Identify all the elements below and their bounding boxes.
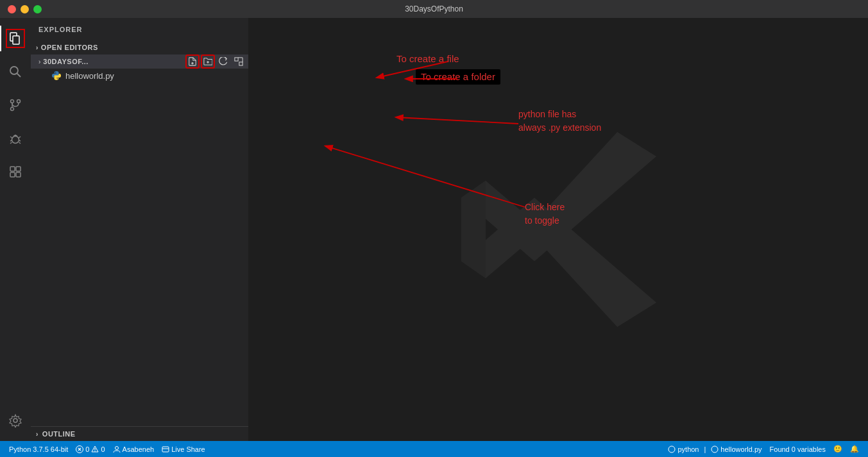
- annotation-create-folder-box: To create a folder: [416, 69, 500, 85]
- svg-point-5: [17, 100, 21, 103]
- collapse-button[interactable]: [232, 54, 246, 69]
- status-user-name: Asabeneh: [123, 445, 155, 453]
- annotation-create-file: To create a file: [396, 53, 459, 65]
- new-folder-icon: [203, 57, 212, 66]
- status-bell[interactable]: 🔔: [846, 445, 863, 453]
- svg-rect-17: [16, 167, 21, 171]
- svg-line-10: [10, 137, 12, 138]
- status-right: python | helloworld.py Found 0 variables…: [664, 445, 863, 453]
- status-errors[interactable]: 0 0: [72, 445, 108, 453]
- activity-explorer[interactable]: [0, 23, 31, 54]
- file-status-icon: [711, 445, 719, 453]
- vscode-logo: [437, 108, 681, 351]
- editor-area: To create a file To create a folder pyth…: [249, 18, 868, 441]
- sidebar-empty-space: [31, 83, 248, 426]
- maximize-button[interactable]: [33, 5, 42, 13]
- refresh-button[interactable]: [216, 54, 230, 69]
- annotation-python-ext: python file has always .py extension: [518, 108, 601, 135]
- open-editors-label: OPEN EDITORS: [41, 44, 243, 51]
- svg-line-14: [10, 142, 12, 144]
- svg-point-37: [95, 450, 96, 451]
- activity-source-control[interactable]: [0, 90, 31, 120]
- status-python-label[interactable]: python: [664, 445, 702, 453]
- svg-rect-39: [162, 447, 169, 452]
- status-errors-count: 0: [85, 445, 89, 453]
- status-smiley-icon: 🙂: [833, 445, 842, 453]
- warning-icon: [91, 445, 99, 453]
- svg-line-15: [19, 142, 21, 144]
- app-body: EXPLORER › OPEN EDITORS › 30DAYSOF...: [0, 18, 868, 441]
- svg-point-41: [668, 446, 675, 453]
- window-controls: [8, 5, 42, 13]
- folder-row[interactable]: › 30DAYSOF...: [31, 54, 248, 69]
- folder-chevron: ›: [38, 58, 40, 65]
- open-editors-header[interactable]: › OPEN EDITORS: [31, 40, 248, 54]
- status-python-version-text: Python 3.7.5 64-bit: [9, 445, 68, 453]
- explorer-icon-box: [6, 29, 25, 48]
- svg-point-8: [12, 137, 19, 144]
- svg-point-6: [11, 108, 14, 111]
- python-icon: [52, 71, 61, 80]
- svg-rect-1: [13, 36, 19, 44]
- outline-header[interactable]: › OUTLINE: [31, 427, 248, 441]
- svg-point-2: [10, 67, 18, 74]
- status-live-share-text: Live Share: [171, 445, 205, 453]
- svg-point-38: [115, 446, 118, 449]
- file-row-helloworld[interactable]: helloworld.py: [31, 69, 248, 83]
- activity-extensions[interactable]: [0, 156, 31, 187]
- activity-debug[interactable]: [0, 123, 31, 154]
- status-file-label[interactable]: helloworld.py: [707, 445, 765, 453]
- svg-rect-18: [10, 172, 15, 177]
- live-share-icon: [162, 445, 169, 453]
- svg-point-4: [11, 100, 14, 103]
- status-found-text: Found 0 variables: [770, 445, 826, 453]
- activity-search[interactable]: [0, 56, 31, 87]
- status-python-version[interactable]: Python 3.7.5 64-bit: [5, 445, 72, 453]
- collapse-icon: [234, 57, 243, 66]
- svg-point-42: [711, 446, 718, 453]
- user-icon: [113, 445, 121, 453]
- activity-bar: [0, 18, 31, 441]
- outline-label: OUTLINE: [42, 430, 76, 438]
- debug-icon: [8, 131, 22, 145]
- settings-icon: [8, 413, 22, 428]
- annotation-create-folder-text: To create a folder: [421, 71, 495, 82]
- status-live-share[interactable]: Live Share: [158, 445, 209, 453]
- svg-point-20: [13, 419, 17, 422]
- folder-name: 30DAYSOF...: [43, 58, 89, 65]
- minimize-button[interactable]: [21, 5, 29, 13]
- annotation-click-toggle-text: Click here to toggle: [525, 202, 565, 226]
- status-file-label-text: helloworld.py: [720, 445, 762, 453]
- statusbar: Python 3.7.5 64-bit 0 0 Asabeneh Live Sh…: [0, 441, 868, 457]
- status-python-label-text: python: [677, 445, 699, 453]
- extensions-icon: [8, 165, 22, 179]
- status-bell-icon: 🔔: [850, 445, 859, 453]
- open-editors-chevron: ›: [36, 44, 38, 51]
- source-control-icon: [8, 98, 22, 112]
- explorer-icon: [8, 31, 22, 46]
- new-file-button[interactable]: [185, 54, 200, 69]
- svg-line-12: [10, 140, 12, 141]
- svg-rect-16: [10, 167, 15, 171]
- status-found[interactable]: Found 0 variables: [766, 445, 830, 453]
- svg-line-11: [19, 137, 21, 138]
- status-user[interactable]: Asabeneh: [109, 445, 158, 453]
- sidebar-title: EXPLORER: [31, 18, 248, 40]
- python-status-icon: [668, 445, 676, 453]
- python-file-icon: [51, 71, 62, 81]
- activity-settings[interactable]: [0, 405, 31, 436]
- refresh-icon: [219, 57, 228, 66]
- new-file-icon: [188, 57, 197, 66]
- error-icon: [76, 445, 83, 453]
- outline-chevron: ›: [36, 431, 38, 438]
- status-smiley[interactable]: 🙂: [830, 445, 846, 453]
- new-folder-button[interactable]: [201, 54, 215, 69]
- svg-rect-26: [239, 62, 243, 65]
- status-separator: |: [702, 445, 707, 453]
- status-warnings-count: 0: [101, 445, 105, 453]
- svg-rect-25: [235, 58, 238, 61]
- svg-line-3: [17, 74, 21, 78]
- close-button[interactable]: [8, 5, 16, 13]
- annotation-python-ext-text: python file has always .py extension: [518, 109, 601, 133]
- svg-line-13: [19, 140, 21, 141]
